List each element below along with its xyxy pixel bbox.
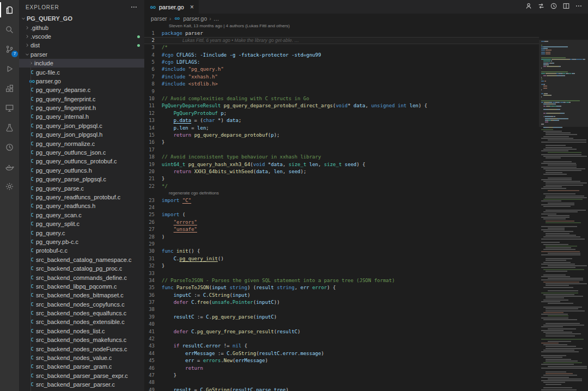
tree-item-src-backend-parser-gram-c[interactable]: Csrc_backend_parser_gram.c: [19, 362, 144, 371]
line-number[interactable]: 34: [144, 277, 162, 284]
line-number[interactable]: 45: [144, 357, 162, 364]
tree-item-pg-query-c[interactable]: Cpg_query.c: [19, 228, 144, 237]
code-line[interactable]: 18// Avoid inconsistent type behaviour i…: [144, 154, 539, 161]
tree-item-src-backend-nodes-extensible-c[interactable]: Csrc_backend_nodes_extensible.c: [19, 317, 144, 326]
code-line[interactable]: 44 errMessage := C.GoString(resultC.erro…: [144, 350, 539, 357]
line-number[interactable]: 24: [144, 204, 162, 211]
tree-item-pg-query-outfuncs-json-c[interactable]: Cpg_query_outfuncs_json.c: [19, 148, 144, 157]
line-number[interactable]: 3: [144, 44, 162, 51]
split-editor-button[interactable]: [562, 2, 570, 12]
tree-item-protobuf-c-c[interactable]: Cprotobuf-c.c: [19, 246, 144, 255]
code-line[interactable]: 16}: [144, 139, 539, 146]
tree-item-dist[interactable]: dist: [19, 41, 144, 50]
code-line[interactable]: 17: [144, 146, 539, 154]
history-button[interactable]: [550, 2, 558, 12]
line-number[interactable]: 32: [144, 262, 162, 270]
line-number[interactable]: 28: [144, 234, 162, 241]
line-number[interactable]: 44: [144, 350, 162, 357]
code-lens[interactable]: Steven Kalt, 13 months ago | 4 authors (…: [144, 23, 539, 30]
line-number[interactable]: 30: [144, 248, 162, 255]
views-and-more-actions-button[interactable]: [130, 3, 138, 11]
tree-item-src-backend-parser-parser-c[interactable]: Csrc_backend_parser_parser.c: [19, 380, 144, 389]
code-line[interactable]: 30func init() {: [144, 248, 539, 255]
code-line[interactable]: 19uint64_t pg_query_hash_xxh3_64(void *d…: [144, 161, 539, 168]
tree-item-pg-query-outfuncs-protobuf-c[interactable]: Cpg_query_outfuncs_protobuf.c: [19, 157, 144, 166]
code-line[interactable]: 28): [144, 234, 539, 241]
tree-item-parser-go[interactable]: GOparser.go: [19, 77, 144, 85]
tree-item-pg-query-pb-c-c[interactable]: Cpg_query.pb-c.c: [19, 237, 144, 246]
line-number[interactable]: 14: [144, 125, 162, 132]
code-editor[interactable]: Steven Kalt, 13 months ago | 4 authors (…: [144, 23, 539, 391]
line-number[interactable]: 7: [144, 74, 162, 81]
line-number[interactable]: 2: [144, 37, 162, 44]
tree-item-pg-query-split-c[interactable]: Cpg_query_split.c: [19, 219, 144, 228]
line-number[interactable]: 40: [144, 321, 162, 328]
code-line[interactable]: 12 PgQueryProtobuf p;: [144, 110, 539, 117]
breadcrumb-item[interactable]: …: [213, 15, 219, 22]
line-number[interactable]: 49: [144, 387, 162, 391]
line-number[interactable]: 23: [144, 197, 162, 204]
close-tab-icon[interactable]: ×: [190, 3, 194, 11]
code-line[interactable]: 45 err = errors.New(errMessage): [144, 357, 539, 364]
code-line[interactable]: 43 if resultC.error != nil {: [144, 343, 539, 350]
tree-item-pg-query-go[interactable]: PG_QUERY_GO: [19, 14, 144, 23]
code-line[interactable]: 9: [144, 88, 539, 95]
tree-item-src-backend-nodes-copyfuncs-c[interactable]: Csrc_backend_nodes_copyfuncs.c: [19, 300, 144, 309]
tree-item-pg-query-deparse-c[interactable]: Cpg_query_deparse.c: [19, 85, 144, 94]
tree-item-pg-query-fingerprint-c[interactable]: Cpg_query_fingerprint.c: [19, 95, 144, 103]
code-line[interactable]: 25import (: [144, 211, 539, 218]
tree-item-src-backend-commands-define-c[interactable]: Csrc_backend_commands_define.c: [19, 273, 144, 282]
toggle-blame-button[interactable]: [525, 2, 532, 12]
line-number[interactable]: 48: [144, 379, 162, 386]
line-number[interactable]: 15: [144, 132, 162, 139]
tree-item-pg-query-parse-plpgsql-c[interactable]: Cpg_query_parse_plpgsql.c: [19, 175, 144, 184]
tree-item-src-backend-nodes-bitmapset-c[interactable]: Csrc_backend_nodes_bitmapset.c: [19, 291, 144, 300]
code-line[interactable]: 20 return XXH3_64bits_withSeed(data, len…: [144, 168, 539, 175]
line-number[interactable]: 8: [144, 81, 162, 88]
line-number[interactable]: 42: [144, 335, 162, 343]
activity-clock-button[interactable]: [0, 137, 19, 157]
code-line[interactable]: 49 result = C.GoString(resultC.parse_tre…: [144, 387, 539, 391]
tree-item-pg-query-readfuncs-protobuf-c[interactable]: Cpg_query_readfuncs_protobuf.c: [19, 193, 144, 201]
tree-item-src-backend-nodes-makefuncs-c[interactable]: Csrc_backend_nodes_makefuncs.c: [19, 335, 144, 344]
line-number[interactable]: 21: [144, 175, 162, 182]
line-number[interactable]: 33: [144, 270, 162, 277]
code-line[interactable]: 14 p.len = len;: [144, 125, 539, 132]
tree-item-github[interactable]: .github: [19, 23, 144, 32]
line-number[interactable]: 6: [144, 66, 162, 73]
code-line[interactable]: 36 inputC := C.CString(input): [144, 292, 539, 299]
line-number[interactable]: 26: [144, 219, 162, 226]
tree-item-guc-file-c[interactable]: Cguc-file.c: [19, 68, 144, 76]
code-line[interactable]: 8#include <stdlib.h>: [144, 81, 539, 88]
code-line[interactable]: 13 p.data = (char *) data;: [144, 117, 539, 124]
tree-item-include[interactable]: include: [19, 59, 144, 68]
line-number[interactable]: 10: [144, 95, 162, 102]
code-line[interactable]: 23import "C": [144, 197, 539, 204]
activity-source-control-button[interactable]: 7: [0, 39, 19, 59]
line-number[interactable]: 47: [144, 372, 162, 379]
code-line[interactable]: 7#include "xxhash.h": [144, 74, 539, 81]
code-line[interactable]: 37 defer C.free(unsafe.Pointer(inputC)): [144, 299, 539, 306]
tree-item-src-backend-nodes-list-c[interactable]: Csrc_backend_nodes_list.c: [19, 327, 144, 335]
line-number[interactable]: 4: [144, 52, 162, 59]
tree-item-parser[interactable]: parser: [19, 50, 144, 59]
tree-item-pg-query-json-plpgsql-c[interactable]: Cpg_query_json_plpgsql.c: [19, 121, 144, 130]
tree-item-pg-query-internal-h[interactable]: Cpg_query_internal.h: [19, 112, 144, 121]
tree-item-src-backend-nodes-nodefuncs-c[interactable]: Csrc_backend_nodes_nodeFuncs.c: [19, 344, 144, 353]
tree-item-pg-query-parse-c[interactable]: Cpg_query_parse.c: [19, 184, 144, 192]
line-number[interactable]: 1: [144, 30, 162, 37]
line-number[interactable]: 37: [144, 299, 162, 306]
code-line[interactable]: 5#cgo LDFLAGS:: [144, 59, 539, 66]
open-changes-button[interactable]: [537, 2, 545, 12]
code-line[interactable]: 1package parser: [144, 30, 539, 37]
code-line[interactable]: 4#cgo CFLAGS: -Iinclude -g -fstack-prote…: [144, 52, 539, 59]
tree-item-src-backend-libpq-pqcomm-c[interactable]: Csrc_backend_libpq_pqcomm.c: [19, 282, 144, 291]
code-line[interactable]: 10// Avoid complexities dealing with C s…: [144, 95, 539, 102]
line-number[interactable]: 17: [144, 146, 162, 154]
activity-settings-button[interactable]: [0, 176, 19, 196]
code-line[interactable]: 33: [144, 270, 539, 277]
code-line[interactable]: 31 C.pg_query_init(): [144, 255, 539, 262]
tree-item-src-backend-parser-parse-expr-c[interactable]: Csrc_backend_parser_parse_expr.c: [19, 371, 144, 380]
code-line[interactable]: 38: [144, 306, 539, 313]
line-number[interactable]: 22: [144, 183, 162, 190]
